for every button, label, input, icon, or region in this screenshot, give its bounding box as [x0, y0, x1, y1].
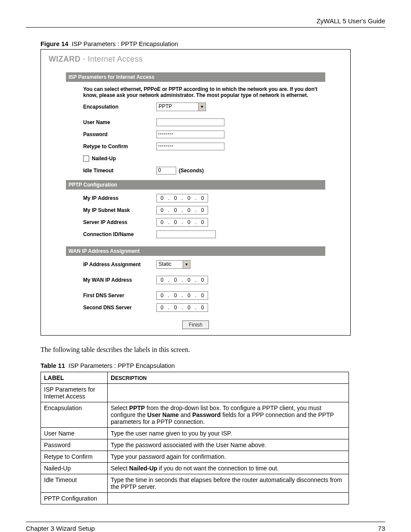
ip-octet[interactable]: 0: [197, 195, 208, 201]
table-row: PPTP Configuration: [41, 493, 349, 504]
dns2-label: Second DNS Server: [83, 305, 156, 311]
td-label: Encapsulation: [41, 402, 108, 428]
figure-title: ISP Parameters : PPTP Encapsulation: [72, 40, 178, 47]
password-input[interactable]: ********: [156, 131, 224, 138]
row-dns2: Second DNS Server 0. 0. 0. 0: [66, 302, 325, 314]
my-ip-input[interactable]: 0. 0. 0. 0: [156, 194, 208, 202]
dns1-label: First DNS Server: [83, 292, 156, 299]
td-label: PPTP Configuration: [41, 493, 108, 504]
connection-id-label: Connection ID/Name: [83, 231, 156, 237]
encapsulation-value: PPTP: [157, 103, 198, 111]
row-ip-assignment: IP Address Assignment Static ▼: [66, 258, 325, 271]
ip-octet[interactable]: 0: [184, 292, 194, 299]
ip-octet[interactable]: 0: [170, 292, 181, 299]
my-wan-ip-input[interactable]: 0. 0. 0. 0: [156, 276, 208, 284]
ip-octet[interactable]: 0: [184, 219, 194, 225]
ip-octet[interactable]: 0: [170, 195, 181, 201]
table-row: Encapsulation Select PPTP from the drop-…: [41, 402, 349, 428]
td-desc: Type your password again for confirmatio…: [108, 451, 349, 463]
row-my-wan-ip: My WAN IP Address 0. 0. 0. 0: [66, 274, 325, 286]
ip-octet[interactable]: 0: [157, 207, 167, 213]
row-encapsulation: Encapsulation PPTP ▼: [66, 101, 325, 113]
my-mask-label: My IP Subnet Mask: [83, 207, 156, 213]
row-my-mask: My IP Subnet Mask 0. 0. 0. 0: [66, 204, 325, 216]
td-desc: Type the password associated with the Us…: [108, 439, 349, 451]
td-desc: Select Nailed-Up if you do not want the …: [108, 463, 349, 474]
th-label: LABEL: [41, 372, 108, 384]
ip-octet[interactable]: 0: [170, 207, 181, 213]
td-desc: Select PPTP from the drop-down list box.…: [108, 402, 349, 428]
ip-octet[interactable]: 0: [197, 219, 208, 225]
wizard-window: WIZARD - Internet Access ISP Parameters …: [40, 49, 351, 336]
idle-timeout-label: Idle Timeout: [83, 168, 156, 174]
my-ip-label: My IP Address: [83, 195, 156, 201]
row-server-ip: Server IP Address 0. 0. 0. 0: [66, 216, 325, 228]
retype-label: Retype to Confirm: [83, 143, 156, 149]
nailed-up-label: Nailed-Up: [83, 156, 156, 162]
server-ip-input[interactable]: 0. 0. 0. 0: [156, 218, 208, 227]
intro-text: You can select ethernet, PPPoE or PPTP a…: [66, 82, 325, 101]
td-desc: Type the user name given to you by your …: [108, 428, 349, 439]
ip-assignment-dropdown[interactable]: Static ▼: [156, 260, 190, 269]
ip-octet[interactable]: 0: [184, 195, 194, 201]
ip-octet[interactable]: 0: [157, 219, 167, 225]
td-label: Password: [41, 439, 108, 451]
table-row: Retype to Confirm Type your password aga…: [41, 451, 349, 463]
server-ip-label: Server IP Address: [83, 219, 156, 225]
my-mask-input[interactable]: 0. 0. 0. 0: [156, 206, 208, 215]
nailed-up-checkbox[interactable]: [83, 156, 89, 162]
password-label: Password: [83, 131, 156, 137]
ip-octet[interactable]: 0: [170, 219, 181, 225]
footer-page-number: 73: [378, 525, 385, 532]
wizard-title-rest: - Internet Access: [81, 55, 143, 63]
row-dns1: First DNS Server 0. 0. 0. 0: [66, 289, 325, 302]
figure-caption: Figure 14 ISP Parameters : PPTP Encapsul…: [40, 40, 385, 47]
idle-timeout-input[interactable]: 0: [156, 167, 176, 174]
header-guide-title: ZyWALL 5 User's Guide: [26, 17, 385, 25]
chevron-down-icon: ▼: [198, 103, 206, 111]
ip-octet[interactable]: 0: [184, 277, 194, 283]
ip-octet[interactable]: 0: [184, 207, 194, 213]
td-label: ISP Parameters for Internet Access: [41, 384, 108, 402]
ip-octet[interactable]: 0: [184, 305, 194, 311]
retype-input[interactable]: ********: [156, 143, 224, 150]
ip-octet[interactable]: 0: [197, 207, 208, 213]
table-row: User Name Type the user name given to yo…: [41, 428, 349, 439]
ip-assignment-value: Static: [157, 261, 183, 268]
row-retype: Retype to Confirm ********: [66, 140, 325, 152]
row-idle-timeout: Idle Timeout 0 (Seconds): [66, 165, 325, 177]
username-label: User Name: [83, 119, 156, 125]
idle-timeout-unit: (Seconds): [179, 168, 204, 174]
ip-octet[interactable]: 0: [197, 292, 208, 299]
section-bar-wan: WAN IP Address Assignment: [66, 246, 325, 256]
row-my-ip: My IP Address 0. 0. 0. 0: [66, 192, 325, 204]
body-paragraph: The following table describes the labels…: [40, 346, 385, 354]
dns1-input[interactable]: 0. 0. 0. 0: [156, 291, 208, 300]
ip-octet[interactable]: 0: [157, 195, 167, 201]
row-username: User Name: [66, 116, 325, 128]
wizard-title-bold: WIZARD: [49, 55, 81, 63]
username-input[interactable]: [156, 118, 224, 126]
table-title: ISP Parameters : PPTP Encapsulation: [68, 362, 175, 369]
row-password: Password ********: [66, 128, 325, 140]
connection-id-input[interactable]: [156, 230, 216, 238]
finish-button[interactable]: Finish: [182, 320, 209, 329]
encapsulation-dropdown[interactable]: PPTP ▼: [156, 103, 206, 111]
ip-octet[interactable]: 0: [197, 277, 208, 283]
td-label: Nailed-Up: [41, 463, 108, 474]
ip-octet[interactable]: 0: [157, 292, 167, 299]
ip-octet[interactable]: 0: [157, 277, 167, 283]
ip-octet[interactable]: 0: [197, 305, 208, 311]
dns2-input[interactable]: 0. 0. 0. 0: [156, 303, 208, 312]
td-label: Idle Timeout: [41, 474, 108, 493]
ip-octet[interactable]: 0: [170, 305, 181, 311]
ip-octet[interactable]: 0: [170, 277, 181, 283]
ip-octet[interactable]: 0: [157, 305, 167, 311]
my-wan-ip-label: My WAN IP Address: [83, 277, 156, 283]
header-rule: [26, 27, 385, 28]
td-label: Retype to Confirm: [41, 451, 108, 463]
th-description: DESCRIPTION: [108, 372, 349, 384]
table-label: Table 11: [40, 362, 65, 369]
page-footer: Chapter 3 Wizard Setup 73: [26, 522, 385, 532]
table-row: Idle Timeout Type the time in seconds th…: [41, 474, 349, 493]
